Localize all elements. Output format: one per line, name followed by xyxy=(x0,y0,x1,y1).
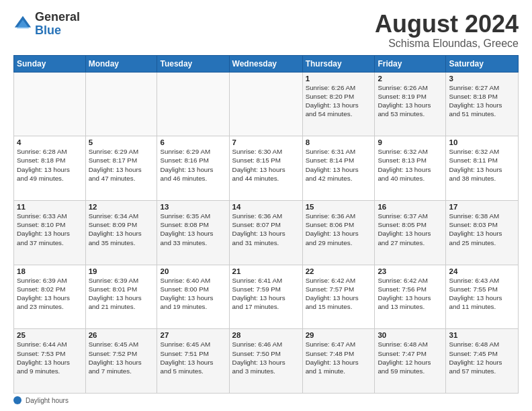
logo-blue: Blue xyxy=(35,24,80,38)
day-number: 2 xyxy=(378,75,443,83)
calendar-cell: 8Sunrise: 6:31 AM Sunset: 8:14 PM Daylig… xyxy=(302,136,375,201)
calendar-body: 1Sunrise: 6:26 AM Sunset: 8:20 PM Daylig… xyxy=(14,72,519,393)
day-info: Sunrise: 6:31 AM Sunset: 8:14 PM Dayligh… xyxy=(306,147,372,183)
calendar-cell: 12Sunrise: 6:34 AM Sunset: 8:09 PM Dayli… xyxy=(85,200,157,265)
footer-dot-icon xyxy=(13,396,21,404)
day-info: Sunrise: 6:30 AM Sunset: 8:15 PM Dayligh… xyxy=(232,147,300,183)
calendar-cell: 31Sunrise: 6:48 AM Sunset: 7:45 PM Dayli… xyxy=(446,329,519,394)
day-number: 16 xyxy=(378,203,443,211)
day-info: Sunrise: 6:32 AM Sunset: 8:11 PM Dayligh… xyxy=(449,147,515,183)
calendar-cell: 7Sunrise: 6:30 AM Sunset: 8:15 PM Daylig… xyxy=(229,136,302,201)
calendar-cell: 22Sunrise: 6:42 AM Sunset: 7:57 PM Dayli… xyxy=(302,265,375,329)
calendar-cell xyxy=(14,72,86,136)
logo-general: General xyxy=(35,11,80,24)
day-info: Sunrise: 6:44 AM Sunset: 7:53 PM Dayligh… xyxy=(17,340,83,375)
calendar-cell: 2Sunrise: 6:26 AM Sunset: 8:19 PM Daylig… xyxy=(375,72,446,136)
calendar-cell: 25Sunrise: 6:44 AM Sunset: 7:53 PM Dayli… xyxy=(14,329,86,394)
day-number: 11 xyxy=(17,203,83,211)
calendar-cell: 11Sunrise: 6:33 AM Sunset: 8:10 PM Dayli… xyxy=(14,200,86,265)
calendar-cell: 3Sunrise: 6:27 AM Sunset: 8:18 PM Daylig… xyxy=(446,72,519,136)
calendar-cell: 1Sunrise: 6:26 AM Sunset: 8:20 PM Daylig… xyxy=(302,72,375,136)
weekday-header-thursday: Thursday xyxy=(302,55,375,72)
day-info: Sunrise: 6:36 AM Sunset: 8:07 PM Dayligh… xyxy=(232,212,300,247)
day-info: Sunrise: 6:40 AM Sunset: 8:00 PM Dayligh… xyxy=(160,276,226,312)
day-number: 26 xyxy=(89,331,154,339)
day-number: 17 xyxy=(449,203,515,211)
day-info: Sunrise: 6:48 AM Sunset: 7:47 PM Dayligh… xyxy=(378,340,443,375)
calendar-cell: 30Sunrise: 6:48 AM Sunset: 7:47 PM Dayli… xyxy=(375,329,446,394)
day-number: 31 xyxy=(449,331,515,339)
day-number: 28 xyxy=(232,331,300,339)
calendar-cell: 26Sunrise: 6:45 AM Sunset: 7:52 PM Dayli… xyxy=(85,329,157,394)
main-title: August 2024 xyxy=(375,11,519,38)
calendar-cell: 20Sunrise: 6:40 AM Sunset: 8:00 PM Dayli… xyxy=(157,265,229,329)
footer-text: Daylight hours xyxy=(26,397,69,404)
calendar-cell: 29Sunrise: 6:47 AM Sunset: 7:48 PM Dayli… xyxy=(302,329,375,394)
calendar-cell: 23Sunrise: 6:42 AM Sunset: 7:56 PM Dayli… xyxy=(375,265,446,329)
calendar-cell: 24Sunrise: 6:43 AM Sunset: 7:55 PM Dayli… xyxy=(446,265,519,329)
day-info: Sunrise: 6:41 AM Sunset: 7:59 PM Dayligh… xyxy=(232,276,300,312)
calendar-week-4: 18Sunrise: 6:39 AM Sunset: 8:02 PM Dayli… xyxy=(14,265,519,329)
day-number: 4 xyxy=(17,138,83,146)
calendar-table: SundayMondayTuesdayWednesdayThursdayFrid… xyxy=(13,55,519,394)
calendar-cell: 17Sunrise: 6:38 AM Sunset: 8:03 PM Dayli… xyxy=(446,200,519,265)
calendar-cell: 28Sunrise: 6:46 AM Sunset: 7:50 PM Dayli… xyxy=(229,329,302,394)
day-info: Sunrise: 6:46 AM Sunset: 7:50 PM Dayligh… xyxy=(232,340,300,375)
day-info: Sunrise: 6:37 AM Sunset: 8:05 PM Dayligh… xyxy=(378,212,443,247)
day-info: Sunrise: 6:29 AM Sunset: 8:16 PM Dayligh… xyxy=(160,147,226,183)
calendar-week-1: 1Sunrise: 6:26 AM Sunset: 8:20 PM Daylig… xyxy=(14,72,519,136)
calendar-cell: 5Sunrise: 6:29 AM Sunset: 8:17 PM Daylig… xyxy=(85,136,157,201)
day-info: Sunrise: 6:43 AM Sunset: 7:55 PM Dayligh… xyxy=(449,276,515,312)
footer-note: Daylight hours xyxy=(13,396,519,404)
day-info: Sunrise: 6:26 AM Sunset: 8:19 PM Dayligh… xyxy=(378,83,443,119)
day-number: 15 xyxy=(306,203,372,211)
calendar-cell xyxy=(85,72,157,136)
day-number: 3 xyxy=(449,75,515,83)
weekday-header-monday: Monday xyxy=(85,55,157,72)
day-number: 6 xyxy=(160,138,226,146)
weekday-header-sunday: Sunday xyxy=(14,55,86,72)
day-info: Sunrise: 6:38 AM Sunset: 8:03 PM Dayligh… xyxy=(449,212,515,247)
day-number: 18 xyxy=(17,267,83,275)
calendar-cell: 27Sunrise: 6:45 AM Sunset: 7:51 PM Dayli… xyxy=(157,329,229,394)
day-number: 12 xyxy=(89,203,154,211)
day-number: 21 xyxy=(232,267,300,275)
logo: General Blue xyxy=(13,11,80,38)
weekday-header-tuesday: Tuesday xyxy=(157,55,229,72)
subtitle: Schisma Eloundas, Greece xyxy=(375,38,519,50)
day-info: Sunrise: 6:28 AM Sunset: 8:18 PM Dayligh… xyxy=(17,147,83,183)
day-number: 29 xyxy=(306,331,372,339)
calendar-cell: 9Sunrise: 6:32 AM Sunset: 8:13 PM Daylig… xyxy=(375,136,446,201)
calendar-week-5: 25Sunrise: 6:44 AM Sunset: 7:53 PM Dayli… xyxy=(14,329,519,394)
day-info: Sunrise: 6:39 AM Sunset: 8:01 PM Dayligh… xyxy=(89,276,154,312)
day-number: 9 xyxy=(378,138,443,146)
day-info: Sunrise: 6:26 AM Sunset: 8:20 PM Dayligh… xyxy=(306,83,372,119)
day-info: Sunrise: 6:47 AM Sunset: 7:48 PM Dayligh… xyxy=(306,340,372,375)
day-info: Sunrise: 6:48 AM Sunset: 7:45 PM Dayligh… xyxy=(449,340,515,375)
day-info: Sunrise: 6:45 AM Sunset: 7:51 PM Dayligh… xyxy=(160,340,226,375)
day-info: Sunrise: 6:36 AM Sunset: 8:06 PM Dayligh… xyxy=(306,212,372,247)
day-number: 30 xyxy=(378,331,443,339)
day-info: Sunrise: 6:42 AM Sunset: 7:56 PM Dayligh… xyxy=(378,276,443,312)
logo-icon xyxy=(13,15,32,34)
day-number: 20 xyxy=(160,267,226,275)
weekday-header-friday: Friday xyxy=(375,55,446,72)
calendar-week-3: 11Sunrise: 6:33 AM Sunset: 8:10 PM Dayli… xyxy=(14,200,519,265)
weekday-header-wednesday: Wednesday xyxy=(229,55,302,72)
day-info: Sunrise: 6:34 AM Sunset: 8:09 PM Dayligh… xyxy=(89,212,154,247)
day-info: Sunrise: 6:32 AM Sunset: 8:13 PM Dayligh… xyxy=(378,147,443,183)
title-block: August 2024 Schisma Eloundas, Greece xyxy=(375,11,519,50)
day-number: 24 xyxy=(449,267,515,275)
weekday-row: SundayMondayTuesdayWednesdayThursdayFrid… xyxy=(14,55,519,72)
calendar-cell xyxy=(229,72,302,136)
day-number: 25 xyxy=(17,331,83,339)
day-info: Sunrise: 6:39 AM Sunset: 8:02 PM Dayligh… xyxy=(17,276,83,312)
day-number: 5 xyxy=(89,138,154,146)
calendar-cell: 18Sunrise: 6:39 AM Sunset: 8:02 PM Dayli… xyxy=(14,265,86,329)
day-number: 14 xyxy=(232,203,300,211)
calendar-cell: 21Sunrise: 6:41 AM Sunset: 7:59 PM Dayli… xyxy=(229,265,302,329)
page: General Blue August 2024 Schisma Elounda… xyxy=(0,0,532,411)
day-number: 7 xyxy=(232,138,300,146)
day-number: 1 xyxy=(306,75,372,83)
day-info: Sunrise: 6:35 AM Sunset: 8:08 PM Dayligh… xyxy=(160,212,226,247)
